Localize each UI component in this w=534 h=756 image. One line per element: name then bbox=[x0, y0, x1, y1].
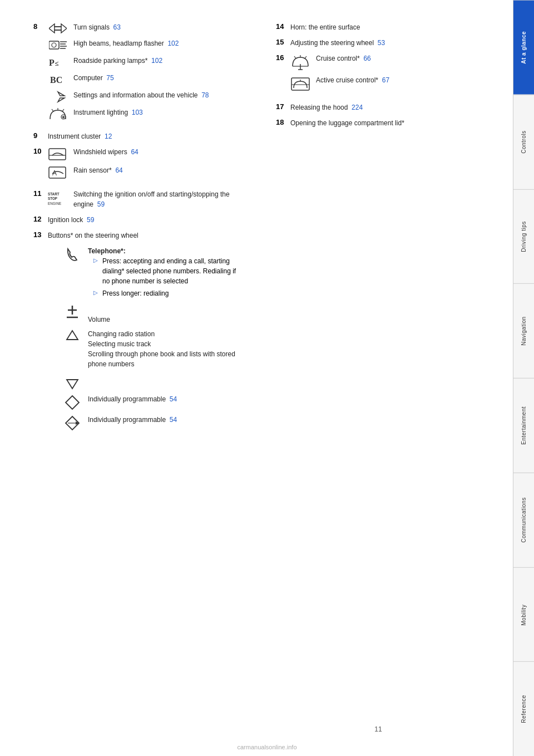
item-14-text: Horn: the entire surface bbox=[290, 22, 360, 32]
item-15: 15 Adjusting the steering wheel 53 bbox=[276, 38, 479, 48]
svg-text:✱: ✱ bbox=[62, 115, 65, 119]
cruise-icon bbox=[290, 53, 310, 71]
svg-text:BC: BC bbox=[50, 75, 62, 85]
watermark: carmanualsonline.info bbox=[237, 744, 296, 750]
volume-minus-icon bbox=[62, 315, 82, 320]
sidebar-tab-mobility[interactable]: Mobility bbox=[513, 567, 534, 662]
sidebar-tab-at-a-glance[interactable]: At a glance bbox=[513, 0, 534, 95]
wipers-icon bbox=[48, 147, 68, 161]
subitem-radio-up: Changing radio station Selecting music t… bbox=[62, 329, 237, 369]
subitem-prog1: Individually programmable 54 bbox=[62, 394, 237, 410]
svg-marker-1 bbox=[55, 24, 67, 33]
prog1-icon bbox=[62, 394, 82, 410]
computer-icon: BC bbox=[48, 73, 68, 86]
subitem-telephone: Telephone*: ▷ Press: accepting and endin… bbox=[62, 246, 237, 301]
sidebar-tab-communications[interactable]: Communications bbox=[513, 473, 534, 567]
prog1-text: Individually programmable 54 bbox=[88, 394, 177, 404]
radio-down-icon bbox=[62, 374, 82, 390]
item-17-text: Releasing the hood 224 bbox=[290, 102, 363, 112]
entry-10: 10 Windshield wipers 64 bbox=[33, 147, 237, 184]
wipers-text: Windshield wipers 64 bbox=[73, 147, 139, 157]
telephone-label: Telephone*: bbox=[88, 246, 237, 256]
rain-sensor-icon: A bbox=[48, 165, 68, 179]
svg-marker-30 bbox=[66, 396, 79, 409]
inst-lighting-text: Instrument lighting 103 bbox=[73, 107, 143, 117]
entry-13-header: 13 Buttons* on the steering wheel bbox=[33, 230, 237, 240]
active-cruise-icon bbox=[290, 75, 310, 92]
radio-up-icon bbox=[62, 329, 82, 345]
svg-line-36 bbox=[305, 56, 306, 58]
volume-text: Volume bbox=[88, 315, 110, 325]
page-number: 11 bbox=[374, 725, 382, 733]
cruise-text: Cruise control* 66 bbox=[316, 53, 371, 63]
item-13: 13 Buttons* on the steering wheel Teleph… bbox=[33, 230, 237, 431]
telephone-icon bbox=[62, 246, 82, 262]
svg-rect-2 bbox=[49, 41, 59, 49]
svg-text:ENGINE: ENGINE bbox=[48, 202, 61, 205]
subitem-volume-plus bbox=[62, 305, 237, 315]
svg-marker-12 bbox=[58, 98, 65, 102]
svg-text:START: START bbox=[48, 192, 60, 196]
subitem-turn-signals: Turn signals 63 bbox=[48, 22, 237, 34]
svg-line-15 bbox=[62, 109, 64, 111]
svg-rect-18 bbox=[49, 149, 66, 160]
subitem-settings: Settings and information about the vehic… bbox=[48, 90, 237, 103]
item-number-17: 17 bbox=[276, 102, 285, 111]
turn-signals-text: Turn signals 63 bbox=[73, 22, 121, 32]
item-15-text: Adjusting the steering wheel 53 bbox=[290, 38, 385, 48]
subitem-cruise: Cruise control* 66 bbox=[290, 53, 479, 71]
settings-text: Settings and information about the vehic… bbox=[73, 90, 209, 100]
start-stop-icon: START STOP ENGINE bbox=[48, 189, 68, 205]
subitem-radio-down bbox=[62, 374, 237, 390]
bullet-press-longer: ▷ Press longer: redialing bbox=[93, 288, 237, 298]
telephone-bullets: ▷ Press: accepting and ending a call, st… bbox=[93, 256, 237, 298]
item-number-8: 8 bbox=[33, 22, 42, 31]
item-12: 12 Ignition lock 59 bbox=[33, 215, 237, 225]
turn-signal-icon bbox=[48, 22, 68, 34]
radio-up-text: Changing radio station Selecting music t… bbox=[88, 329, 237, 369]
subitem-inst-lighting: ✱ Instrument lighting 103 bbox=[48, 107, 237, 121]
entry-8: 8 Turn signals 63 bbox=[33, 22, 237, 126]
svg-point-3 bbox=[52, 43, 56, 47]
subitem-rain-sensor: A Rain sensor* 64 bbox=[48, 165, 237, 179]
item-number-9: 9 bbox=[33, 131, 42, 140]
svg-line-35 bbox=[294, 56, 296, 58]
svg-rect-20 bbox=[49, 167, 66, 178]
main-content: 8 Turn signals 63 bbox=[0, 0, 513, 756]
sidebar-tab-controls[interactable]: Controls bbox=[513, 95, 534, 189]
sidebar-tab-reference[interactable]: Reference bbox=[513, 661, 534, 756]
svg-text:STOP: STOP bbox=[48, 197, 57, 200]
svg-text:P: P bbox=[49, 58, 55, 67]
bullet-arrow-2: ▷ bbox=[93, 289, 99, 296]
sidebar-tab-entertainment[interactable]: Entertainment bbox=[513, 378, 534, 473]
right-column: 14 Horn: the entire surface 15 Adjusting… bbox=[270, 22, 479, 734]
subitem-wipers: Windshield wipers 64 bbox=[48, 147, 237, 161]
volume-plus-icon bbox=[62, 305, 82, 315]
high-beams-text: High beams, headlamp flasher 102 bbox=[73, 38, 179, 48]
sidebar-tab-navigation[interactable]: Navigation bbox=[513, 283, 534, 378]
item-13-header-text: Buttons* on the steering wheel bbox=[48, 230, 139, 240]
subitem-volume-minus: Volume bbox=[62, 315, 237, 325]
svg-text:≤: ≤ bbox=[55, 60, 59, 67]
prog2-text: Individually programmable 54 bbox=[88, 415, 177, 425]
settings-icon bbox=[48, 90, 68, 103]
svg-marker-11 bbox=[58, 92, 65, 96]
item-18-text: Opening the luggage compartment lid* bbox=[290, 118, 404, 128]
item-16: 16 bbox=[276, 53, 479, 97]
sidebar-tab-driving-tips[interactable]: Driving tips bbox=[513, 189, 534, 284]
item-11-text: Switching the ignition on/off and starti… bbox=[73, 189, 237, 209]
item-9-text: Instrument cluster 12 bbox=[48, 131, 112, 141]
item-number-13: 13 bbox=[33, 230, 42, 239]
rain-sensor-text: Rain sensor* 64 bbox=[73, 165, 123, 175]
item-18: 18 Opening the luggage compartment lid* bbox=[276, 118, 479, 128]
bullet-press-text: Press: accepting and ending a call, star… bbox=[102, 256, 237, 286]
subitem-high-beams: High beams, headlamp flasher 102 bbox=[48, 38, 237, 51]
sidebar: At a glance Controls Driving tips Naviga… bbox=[513, 0, 534, 756]
item-17: 17 Releasing the hood 224 bbox=[276, 102, 479, 112]
active-cruise-text: Active cruise control* 67 bbox=[316, 75, 389, 85]
item-number-15: 15 bbox=[276, 38, 285, 46]
bullet-arrow-1: ▷ bbox=[93, 257, 99, 263]
item-11: 11 START STOP ENGINE Switching the ignit… bbox=[33, 189, 237, 209]
item-9: 9 Instrument cluster 12 bbox=[33, 131, 237, 141]
subitem-computer: BC Computer 75 bbox=[48, 73, 237, 86]
